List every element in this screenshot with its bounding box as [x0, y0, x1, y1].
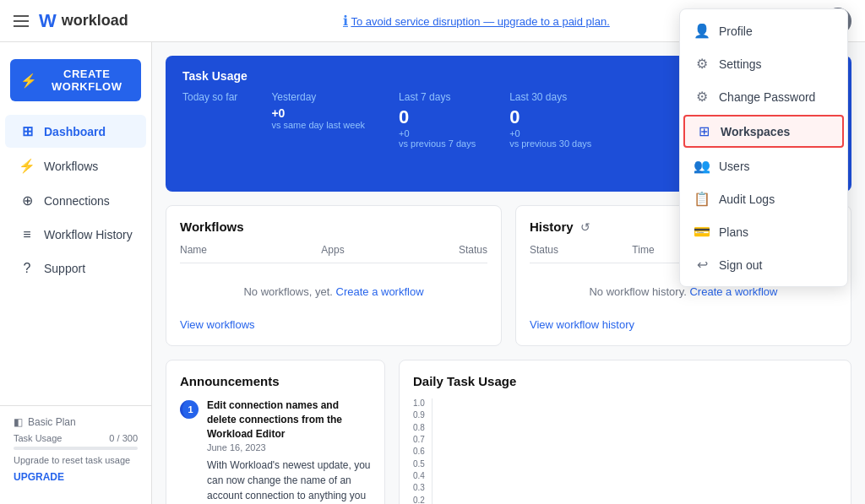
- create-btn-label: CREATE WORKFLOW: [43, 68, 132, 93]
- dashboard-icon: ⊞: [19, 123, 35, 139]
- view-history-link[interactable]: View workflow history: [530, 318, 634, 331]
- task-stat-yesterday: Yesterday +0 vs same day last week: [271, 91, 365, 149]
- y-label-02: 0.2: [413, 496, 425, 504]
- history-empty-text: No workflow history.: [589, 285, 689, 298]
- plan-label: ◧ Basic Plan: [14, 416, 138, 428]
- dropdown-label-change-password: Change Password: [719, 90, 815, 104]
- hamburger-icon[interactable]: [14, 15, 29, 27]
- refresh-icon[interactable]: ↺: [580, 220, 590, 234]
- dropdown-item-settings[interactable]: ⚙ Settings: [680, 47, 847, 80]
- last7-value: 0: [399, 106, 476, 128]
- y-label-06: 0.6: [413, 447, 425, 456]
- workflows-col-apps: Apps: [321, 244, 344, 256]
- last30-value: 0: [509, 106, 591, 128]
- history-col-status: Status: [530, 244, 632, 256]
- task-banner-title: Task Usage: [182, 69, 591, 83]
- y-label-08: 0.8: [413, 423, 425, 432]
- dropdown-menu: 👤 Profile ⚙ Settings ⚙ Change Password ⊞…: [679, 8, 848, 287]
- task-progress-bar: [14, 447, 138, 450]
- workflows-card-title: Workflows: [180, 219, 487, 234]
- sidebar-item-support[interactable]: ? Support: [5, 252, 146, 285]
- history-create-link[interactable]: Create a workflow: [689, 285, 777, 298]
- announcements-title: Announcements: [180, 374, 371, 388]
- sidebar-item-label: Dashboard: [44, 125, 106, 138]
- dropdown-label-workspaces: Workspaces: [721, 125, 790, 138]
- bolt-icon: ⚡: [20, 73, 38, 89]
- dropdown-label-users: Users: [719, 160, 750, 173]
- sidebar-item-label: Support: [44, 262, 85, 275]
- announcement-num: 1: [180, 400, 199, 419]
- dropdown-label-settings: Settings: [719, 57, 762, 71]
- sign-out-icon: ↩: [694, 257, 710, 273]
- history-card-title: History: [530, 219, 574, 234]
- dropdown-label-profile: Profile: [719, 24, 753, 38]
- dropdown-item-workspaces[interactable]: ⊞ Workspaces: [683, 115, 844, 148]
- y-label-05: 0.5: [413, 459, 425, 469]
- task-stat-30days: Last 30 days 0 +0 vs previous 30 days: [509, 91, 591, 149]
- yesterday-delta: +0: [271, 106, 365, 120]
- workflows-card: Workflows Name Apps Status No workflows,…: [166, 205, 502, 346]
- workflows-create-link[interactable]: Create a workflow: [336, 285, 424, 298]
- dropdown-item-profile[interactable]: 👤 Profile: [680, 14, 847, 47]
- last30-label: Last 30 days: [509, 91, 591, 103]
- connections-icon: ⊕: [19, 192, 35, 209]
- sidebar-item-workflows[interactable]: ⚡ Workflows: [5, 149, 146, 182]
- dropdown-item-plans[interactable]: 💳 Plans: [680, 215, 847, 248]
- logo-text: workload: [62, 12, 128, 30]
- last7-delta: +0: [399, 128, 476, 138]
- y-label-09: 0.9: [413, 410, 425, 420]
- change-password-icon: ⚙: [694, 89, 710, 105]
- create-workflow-button[interactable]: ⚡ CREATE WORKFLOW: [10, 59, 141, 101]
- task-stat-today: Today so far: [182, 91, 237, 149]
- dropdown-label-plans: Plans: [719, 225, 748, 239]
- audit-logs-icon: 📋: [694, 191, 710, 207]
- daily-chart: Daily Task Usage 1.0 0.9 0.8 0.7 0.6 0.5…: [399, 360, 851, 504]
- announcements-card: Announcements 1 Edit connection names an…: [166, 360, 385, 504]
- announcement-body: With Workload's newest update, you can n…: [207, 458, 371, 504]
- users-icon: 👥: [694, 158, 710, 174]
- history-icon: ≡: [19, 227, 35, 242]
- plan-name: Basic Plan: [28, 416, 76, 428]
- upgrade-text: Upgrade to reset task usage: [14, 455, 138, 465]
- announcement-item: 1 Edit connection names and delete conne…: [180, 398, 371, 504]
- task-usage-label: Task Usage: [14, 433, 62, 443]
- dropdown-label-sign-out: Sign out: [719, 258, 762, 272]
- dropdown-item-users[interactable]: 👥 Users: [680, 149, 847, 182]
- info-icon: ℹ: [343, 14, 348, 28]
- workflows-col-status: Status: [459, 244, 487, 256]
- announcement-title: Edit connection names and delete connect…: [207, 398, 371, 441]
- last7-sub: vs previous 7 days: [399, 138, 476, 149]
- upgrade-link[interactable]: UPGRADE: [14, 471, 64, 483]
- sidebar-item-workflow-history[interactable]: ≡ Workflow History: [5, 219, 146, 251]
- logo: W workload: [39, 10, 128, 32]
- workflows-empty-text: No workflows, yet.: [243, 285, 335, 298]
- y-label-04: 0.4: [413, 471, 425, 480]
- profile-icon: 👤: [694, 23, 710, 39]
- sidebar-item-connections[interactable]: ⊕ Connections: [5, 184, 146, 217]
- sidebar-item-label: Workflows: [44, 160, 98, 173]
- support-icon: ?: [19, 261, 35, 276]
- sidebar-item-label: Connections: [44, 194, 110, 208]
- plans-icon: 💳: [694, 224, 710, 240]
- last30-delta: +0: [509, 128, 591, 138]
- dropdown-item-sign-out[interactable]: ↩ Sign out: [680, 248, 847, 281]
- workflows-icon: ⚡: [19, 158, 35, 174]
- last7-label: Last 7 days: [399, 91, 476, 103]
- view-workflows-link[interactable]: View workflows: [180, 318, 255, 331]
- task-usage-value: 0 / 300: [109, 433, 138, 443]
- last30-sub: vs previous 30 days: [509, 138, 591, 149]
- workflows-empty: No workflows, yet. Create a workflow: [180, 272, 487, 312]
- sidebar-item-dashboard[interactable]: ⊞ Dashboard: [5, 115, 146, 148]
- dropdown-item-change-password[interactable]: ⚙ Change Password: [680, 80, 847, 113]
- workspaces-icon: ⊞: [695, 123, 712, 139]
- sidebar: ⚡ CREATE WORKFLOW ⊞ Dashboard ⚡ Workflow…: [0, 42, 152, 504]
- settings-icon: ⚙: [694, 56, 710, 72]
- y-label-07: 0.7: [413, 435, 425, 444]
- y-label-10: 1.0: [413, 398, 425, 408]
- dropdown-item-audit-logs[interactable]: 📋 Audit Logs: [680, 182, 847, 215]
- banner-text[interactable]: To avoid service disruption — upgrade to…: [351, 15, 609, 28]
- sidebar-item-label: Workflow History: [44, 228, 133, 241]
- dropdown-label-audit-logs: Audit Logs: [719, 192, 775, 206]
- today-label: Today so far: [182, 91, 237, 103]
- yesterday-sub: vs same day last week: [271, 120, 365, 130]
